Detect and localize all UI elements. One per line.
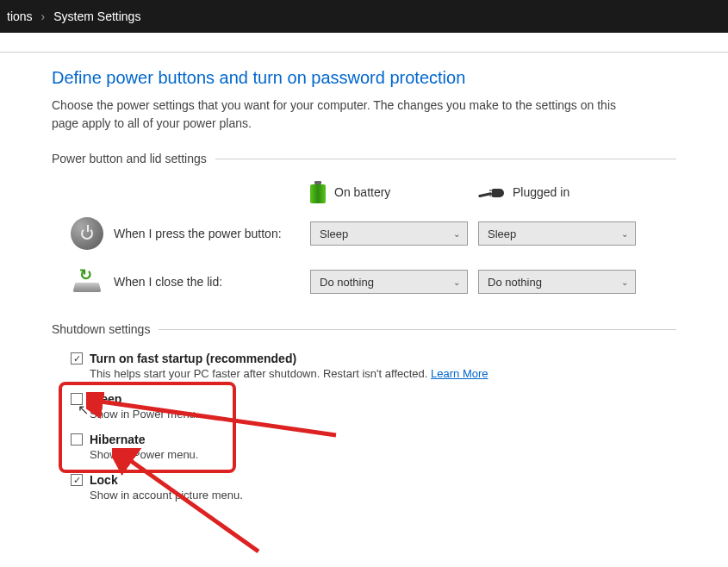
chevron-right-icon: › [41,9,46,23]
hibernate-desc: Show in Power menu. [90,448,676,461]
sleep-checkbox[interactable] [71,393,83,405]
fast-startup-title: Turn on fast startup (recommended) [90,352,296,365]
chevron-down-icon: ⌄ [453,277,460,287]
fast-startup-checkbox[interactable] [71,352,83,364]
chevron-down-icon: ⌄ [453,229,460,239]
power-button-battery-select[interactable]: Sleep ⌄ [310,221,468,246]
select-value: Sleep [320,227,348,240]
sleep-desc: Show in Power menu. [90,408,676,421]
page-description: Choose the power settings that you want … [52,97,638,133]
divider [215,159,676,159]
lid-plugged-select[interactable]: Do nothing ⌄ [478,270,636,294]
col-plugged-label: Plugged in [513,185,569,199]
sleep-title: Sleep [90,392,121,406]
learn-more-link[interactable]: Learn More [431,367,488,380]
col-header-battery: On battery [310,181,478,203]
shutdown-section: Shutdown settings Turn on fast startup (… [52,322,676,502]
shutdown-item-sleep: Sleep Show in Power menu. [71,392,676,421]
lid-battery-select[interactable]: Do nothing ⌄ [310,270,468,294]
select-value: Do nothing [320,276,374,289]
lid-icon: ↻ [71,265,103,298]
power-button-icon [71,217,103,250]
chevron-down-icon: ⌄ [621,229,628,239]
setting-row-lid: ↻ When I close the lid: Do nothing ⌄ Do … [52,265,676,298]
section-title: Power button and lid settings [52,152,207,165]
lock-title: Lock [90,473,118,487]
breadcrumb: tions › System Settings [0,0,728,33]
hibernate-title: Hibernate [90,433,146,446]
lid-label: When I close the lid: [114,275,310,289]
fast-startup-desc: This helps start your PC faster after sh… [90,367,676,380]
lock-checkbox[interactable] [71,474,83,486]
power-button-label: When I press the power button: [114,227,310,240]
shutdown-item-hibernate: Hibernate Show in Power menu. [71,433,676,461]
shutdown-item-lock: Lock Show in account picture menu. [71,473,676,502]
lock-desc: Show in account picture menu. [90,489,676,502]
setting-row-power-button: When I press the power button: Sleep ⌄ S… [52,217,676,250]
hibernate-checkbox[interactable] [71,433,83,446]
battery-icon [310,181,326,203]
column-headers: On battery Plugged in [310,181,676,203]
section-header-power-lid: Power button and lid settings [52,152,676,165]
plug-icon [478,185,504,199]
col-battery-label: On battery [334,185,390,199]
select-value: Do nothing [488,276,542,289]
section-title: Shutdown settings [52,322,150,336]
breadcrumb-item-current: System Settings [53,9,140,23]
main-content: Define power buttons and turn on passwor… [0,53,728,502]
chevron-down-icon: ⌄ [621,277,628,287]
breadcrumb-item-prev[interactable]: tions [7,9,33,23]
section-header-shutdown: Shutdown settings [52,322,676,336]
select-value: Sleep [488,227,516,240]
page-title: Define power buttons and turn on passwor… [52,68,676,88]
divider [159,329,676,330]
col-header-plugged: Plugged in [478,181,646,203]
shutdown-item-fast-startup: Turn on fast startup (recommended) This … [71,352,676,380]
power-button-plugged-select[interactable]: Sleep ⌄ [478,221,636,246]
